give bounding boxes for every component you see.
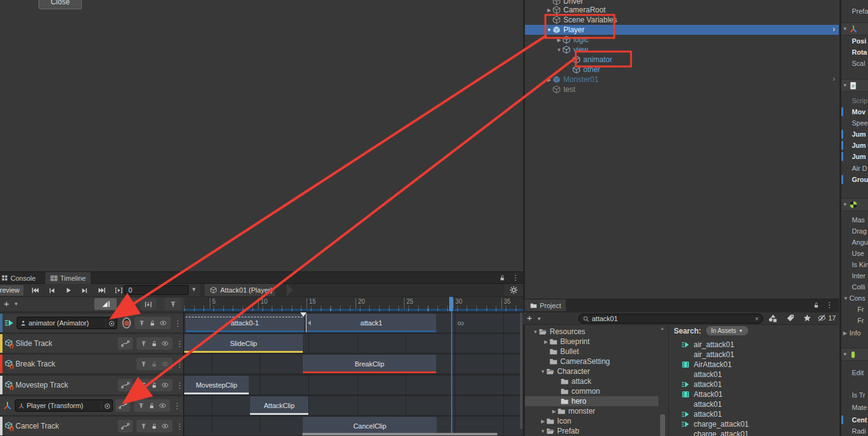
favorites-button[interactable] xyxy=(803,314,812,322)
animator-object-field[interactable]: animator (Animator) xyxy=(17,317,117,329)
object-picker-icon[interactable] xyxy=(105,319,117,327)
radius-row[interactable]: Radi xyxy=(841,426,868,436)
kebab-menu-icon[interactable]: ⋮ xyxy=(512,273,519,282)
mix-mode-button[interactable] xyxy=(94,298,117,310)
clip-break[interactable]: BreakClip xyxy=(303,355,436,373)
expand-arrow-icon[interactable]: ▶ xyxy=(556,37,562,43)
clip-slide[interactable]: SlideClip xyxy=(184,334,303,353)
next-frame-button[interactable] xyxy=(78,284,92,296)
gear-icon[interactable] xyxy=(509,286,518,294)
tree-item-monster[interactable]: ▶ monster xyxy=(525,406,658,416)
hierarchy-item-animator[interactable]: animator xyxy=(525,55,839,65)
object-picker-icon[interactable] xyxy=(101,401,112,409)
prefab-chevron-icon[interactable]: › xyxy=(833,75,835,83)
hierarchy-item-cameraroot[interactable]: ▶ CameraRoot xyxy=(525,5,839,15)
project-search-field[interactable]: attack01 × xyxy=(578,314,763,324)
curves-button[interactable] xyxy=(115,399,130,412)
tree-item-blueprint[interactable]: ▶ Blueprint xyxy=(525,337,658,347)
track-header-player[interactable]: Player (Transform) ⋮ xyxy=(0,396,183,415)
tree-item-hero[interactable]: hero xyxy=(525,396,658,406)
lock-open-icon[interactable] xyxy=(148,402,155,409)
kebab-menu-icon[interactable]: ⋮ xyxy=(176,422,183,431)
result-row[interactable]: charge_attack01 xyxy=(670,419,839,429)
curves-button[interactable] xyxy=(118,379,133,391)
expand-arrow-icon[interactable]: ▶ xyxy=(540,419,546,424)
track-header-animator[interactable]: animator (Animator) ⋮ xyxy=(0,314,183,332)
move-row[interactable]: Mov xyxy=(841,107,868,117)
collapse-arrow-icon[interactable]: ▼ xyxy=(841,83,849,88)
tree-item-prefab[interactable]: ▼ Prefab xyxy=(525,426,658,436)
hierarchy-item-player[interactable]: ▼ Player › xyxy=(525,25,839,35)
lock-open-icon[interactable] xyxy=(149,319,156,327)
material-row[interactable]: Mate xyxy=(841,402,868,412)
record-button[interactable] xyxy=(122,317,131,329)
add-track-caret-icon[interactable]: ▼ xyxy=(14,301,19,307)
eye-icon[interactable] xyxy=(158,402,167,409)
jump-row[interactable]: Jum xyxy=(841,152,868,161)
curves-button[interactable] xyxy=(118,420,133,432)
clip-attack[interactable]: AttackClip xyxy=(250,396,308,415)
hierarchy-item-monster01[interactable]: ▶ Monster01 › xyxy=(525,75,839,84)
pin-icon[interactable] xyxy=(140,360,148,368)
hierarchy-item-view[interactable]: ▼ view xyxy=(525,45,839,55)
create-asset-caret-icon[interactable]: ▼ xyxy=(537,316,542,322)
create-asset-button[interactable]: + xyxy=(527,312,532,323)
play-button[interactable] xyxy=(61,284,76,296)
kebab-menu-icon[interactable]: ⋮ xyxy=(174,319,181,328)
result-row[interactable]: air_attack01 xyxy=(670,350,839,360)
pin-icon[interactable] xyxy=(137,402,145,410)
track-header-cancel[interactable]: Cancel Track ⋮ xyxy=(0,417,183,435)
interpolate-row[interactable]: Inter xyxy=(841,271,868,281)
clip-marker-icon[interactable] xyxy=(300,312,306,317)
tree-item-resources[interactable]: ▼ Resources xyxy=(525,327,658,337)
angular-drag-row[interactable]: Angu xyxy=(841,237,868,247)
lock-open-icon[interactable] xyxy=(499,274,506,281)
hierarchy-item-other[interactable]: other xyxy=(525,65,839,75)
center-row[interactable]: Cent xyxy=(841,415,868,425)
player-object-field[interactable]: Player (Transform) xyxy=(15,399,113,412)
collapse-arrow-icon[interactable]: ▼ xyxy=(841,26,849,32)
collapse-arrow-icon[interactable]: ▼ xyxy=(540,369,546,375)
vertical-scrollbar[interactable] xyxy=(520,312,522,429)
scroll-handle[interactable] xyxy=(660,414,665,436)
lock-open-icon[interactable] xyxy=(151,340,158,347)
tree-item-icon[interactable]: ▶ Icon xyxy=(525,416,658,426)
eye-icon[interactable] xyxy=(161,340,169,347)
skip-to-end-button[interactable] xyxy=(94,284,109,296)
lock-open-icon[interactable] xyxy=(151,360,158,368)
result-row[interactable]: Attack01 xyxy=(670,389,839,399)
hierarchy-item-logic[interactable]: ▶ logic xyxy=(525,35,839,45)
tree-scrollbar[interactable]: ▲ xyxy=(659,325,666,436)
kebab-menu-icon[interactable]: ⋮ xyxy=(176,381,183,390)
tree-item-attack[interactable]: attack xyxy=(525,376,658,386)
search-by-type-button[interactable] xyxy=(768,314,777,323)
collapse-arrow-icon[interactable]: ▼ xyxy=(546,27,552,33)
result-row[interactable]: attack01 xyxy=(670,399,839,409)
jump-row[interactable]: Jum xyxy=(841,140,868,150)
is-trigger-row[interactable]: Is Tr xyxy=(841,390,868,400)
pin-icon[interactable] xyxy=(138,319,146,327)
eye-icon[interactable] xyxy=(159,319,168,327)
scale-row[interactable]: Scal xyxy=(841,58,868,68)
is-kinematic-row[interactable]: Is Kin xyxy=(841,260,868,270)
kebab-menu-icon[interactable]: ⋮ xyxy=(826,301,833,309)
ripple-mode-button[interactable] xyxy=(120,298,136,310)
clip-attack1[interactable]: attack1 xyxy=(306,314,436,332)
freeze-rotation-row[interactable]: Fr xyxy=(841,316,868,325)
tab-console[interactable]: Console xyxy=(0,272,40,284)
air-row[interactable]: Air D xyxy=(841,163,868,173)
timeline-ruler[interactable]: 5 10 15 20 25 30 35 xyxy=(184,297,523,311)
close-button[interactable]: Close xyxy=(38,0,82,9)
pin-icon[interactable] xyxy=(140,381,148,389)
result-row[interactable]: attack01 xyxy=(670,379,839,389)
kebab-menu-icon[interactable]: ⋮ xyxy=(173,401,181,411)
prefab-chevron-icon[interactable]: › xyxy=(833,25,835,34)
rotation-row[interactable]: Rota xyxy=(841,47,868,57)
expand-arrow-icon[interactable]: ▶ xyxy=(546,77,552,83)
eye-icon[interactable] xyxy=(161,360,169,368)
use-gravity-row[interactable]: Use xyxy=(841,248,868,258)
clip-lanes[interactable]: attack0-1 attack1 ∞ SlideClip BreakClip … xyxy=(184,311,523,436)
script-component-header[interactable]: ▼ xyxy=(841,79,868,92)
lock-open-icon[interactable] xyxy=(813,301,820,309)
pin-icon[interactable] xyxy=(140,422,148,430)
